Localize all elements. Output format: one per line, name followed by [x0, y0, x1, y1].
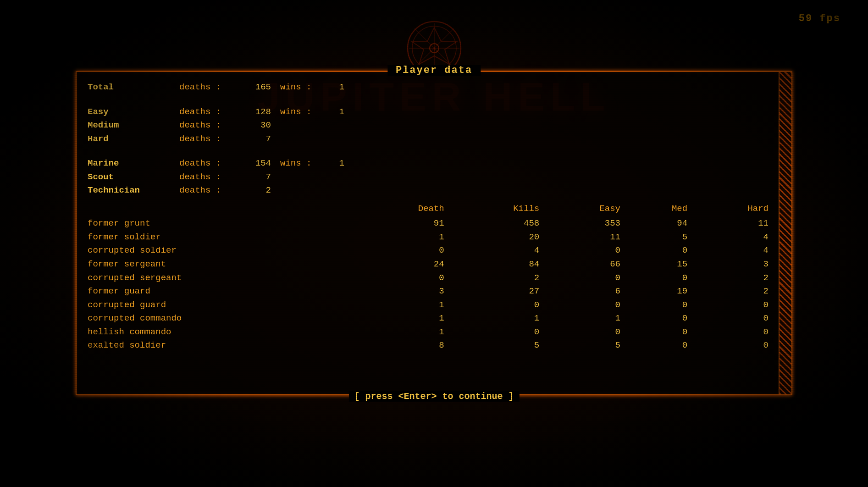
- enemy-name: former guard: [88, 285, 354, 299]
- enemy-med: 0: [625, 271, 692, 285]
- enemy-table-row: corrupted soldier 0 4 0 0 4: [88, 244, 773, 258]
- medium-deaths-value: 30: [243, 119, 271, 132]
- enemy-table-header: Death Kills Easy Med Hard: [88, 203, 773, 217]
- enemy-hard: 11: [692, 217, 773, 231]
- enemy-death: 1: [354, 231, 449, 244]
- hard-row: Hard deaths : 7: [88, 133, 773, 146]
- enemy-med: 0: [625, 326, 692, 339]
- total-section: Total deaths : 165 wins : 1: [88, 81, 773, 94]
- total-row: Total deaths : 165 wins : 1: [88, 81, 773, 94]
- enemy-table-container: Death Kills Easy Med Hard former grunt 9…: [88, 203, 773, 353]
- col-header-med: Med: [625, 203, 692, 217]
- medium-deaths-label: deaths :: [179, 119, 243, 132]
- enemy-kills: 84: [449, 258, 544, 271]
- enemy-name: former soldier: [88, 231, 354, 244]
- enemy-hard: 2: [692, 285, 773, 299]
- enemy-name: exalted soldier: [88, 339, 354, 353]
- total-wins-label: wins :: [280, 81, 326, 94]
- enemy-hard: 3: [692, 258, 773, 271]
- medium-label: Medium: [88, 119, 179, 132]
- enemy-hard: 4: [692, 231, 773, 244]
- enemy-easy: 0: [544, 271, 625, 285]
- enemy-name: hellish commando: [88, 326, 354, 339]
- total-deaths-label: deaths :: [179, 81, 243, 94]
- easy-deaths-label: deaths :: [179, 106, 243, 119]
- divider-2: [88, 151, 773, 157]
- enemy-table-row: former sergeant 24 84 66 15 3: [88, 258, 773, 271]
- hard-deaths-label: deaths :: [179, 133, 243, 146]
- total-wins-value: 1: [326, 81, 344, 94]
- enemy-hard: 0: [692, 299, 773, 312]
- enemy-table-row: corrupted sergeant 0 2 0 0 2: [88, 271, 773, 285]
- enemy-easy: 66: [544, 258, 625, 271]
- col-header-kills: Kills: [449, 203, 544, 217]
- enemy-death: 0: [354, 244, 449, 258]
- enemy-med: 0: [625, 339, 692, 353]
- panel-title: Player data: [387, 65, 481, 76]
- enemy-easy: 353: [544, 217, 625, 231]
- enemy-hard: 0: [692, 312, 773, 326]
- enemy-table-row: corrupted guard 1 0 0 0 0: [88, 299, 773, 312]
- enemy-hard: 0: [692, 339, 773, 353]
- enemy-kills: 20: [449, 231, 544, 244]
- easy-wins-label: wins :: [280, 106, 326, 119]
- marine-label: Marine: [88, 157, 179, 170]
- enemy-hard: 0: [692, 326, 773, 339]
- enemy-death: 3: [354, 285, 449, 299]
- total-label: Total: [88, 81, 179, 94]
- enemy-death: 91: [354, 217, 449, 231]
- enemy-easy: 5: [544, 339, 625, 353]
- easy-wins-value: 1: [326, 106, 344, 119]
- technician-deaths-label: deaths :: [179, 184, 243, 197]
- enemy-med: 0: [625, 312, 692, 326]
- enemy-kills: 1: [449, 312, 544, 326]
- col-header-hard: Hard: [692, 203, 773, 217]
- enemy-easy: 6: [544, 285, 625, 299]
- fps-counter: 59 fps: [799, 13, 840, 24]
- enemy-easy: 0: [544, 326, 625, 339]
- enemy-death: 24: [354, 258, 449, 271]
- scrollbar[interactable]: [779, 72, 791, 394]
- enemy-hard: 4: [692, 244, 773, 258]
- enemy-death: 8: [354, 339, 449, 353]
- marine-deaths-value: 154: [243, 157, 271, 170]
- easy-row: Easy deaths : 128 wins : 1: [88, 106, 773, 119]
- marine-row: Marine deaths : 154 wins : 1: [88, 157, 773, 170]
- technician-label: Technician: [88, 184, 179, 197]
- hard-deaths-value: 7: [243, 133, 271, 146]
- enemy-kills: 4: [449, 244, 544, 258]
- enemy-name: corrupted soldier: [88, 244, 354, 258]
- enemy-easy: 0: [544, 299, 625, 312]
- enemy-med: 5: [625, 231, 692, 244]
- enemy-table: Death Kills Easy Med Hard former grunt 9…: [88, 203, 773, 353]
- enemy-table-row: hellish commando 1 0 0 0 0: [88, 326, 773, 339]
- enemy-name: former grunt: [88, 217, 354, 231]
- enemy-death: 1: [354, 326, 449, 339]
- medium-row: Medium deaths : 30: [88, 119, 773, 132]
- marine-wins-value: 1: [326, 157, 344, 170]
- enemy-easy: 1: [544, 312, 625, 326]
- hard-label: Hard: [88, 133, 179, 146]
- class-section: Marine deaths : 154 wins : 1 Scout death…: [88, 157, 773, 197]
- enemy-kills: 27: [449, 285, 544, 299]
- enemy-hard: 2: [692, 271, 773, 285]
- enemy-kills: 0: [449, 299, 544, 312]
- technician-row: Technician deaths : 2: [88, 184, 773, 197]
- enemy-med: 19: [625, 285, 692, 299]
- total-deaths-value: 165: [243, 81, 271, 94]
- scout-row: Scout deaths : 7: [88, 171, 773, 184]
- enemy-kills: 2: [449, 271, 544, 285]
- col-header-easy: Easy: [544, 203, 625, 217]
- scout-deaths-value: 7: [243, 171, 271, 184]
- enemy-easy: 0: [544, 244, 625, 258]
- enemy-name: corrupted guard: [88, 299, 354, 312]
- enemy-med: 94: [625, 217, 692, 231]
- panel-continue-prompt: [ press <Enter> to continue ]: [348, 391, 519, 402]
- enemy-med: 0: [625, 244, 692, 258]
- enemy-table-row: former soldier 1 20 11 5 4: [88, 231, 773, 244]
- stats-content: Total deaths : 165 wins : 1 Easy deaths …: [88, 81, 773, 385]
- enemy-table-row: former grunt 91 458 353 94 11: [88, 217, 773, 231]
- scout-label: Scout: [88, 171, 179, 184]
- easy-deaths-value: 128: [243, 106, 271, 119]
- marine-wins-label: wins :: [280, 157, 326, 170]
